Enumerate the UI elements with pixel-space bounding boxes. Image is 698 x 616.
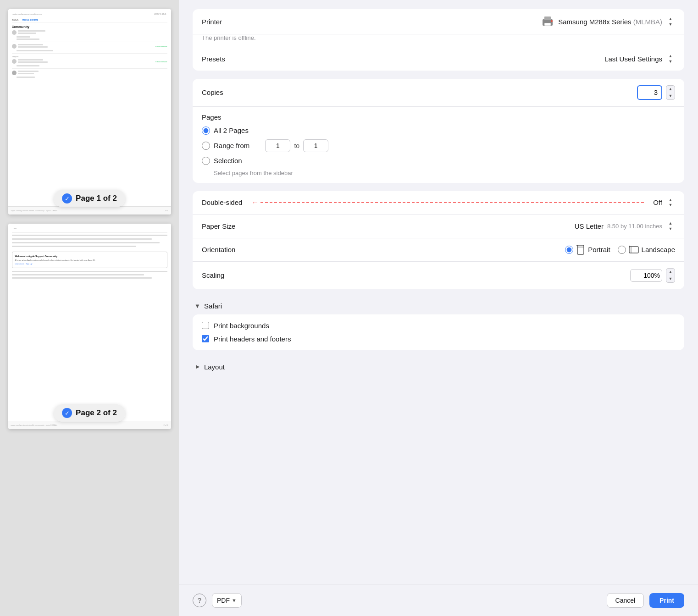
layout-title: Layout bbox=[204, 363, 225, 371]
range-to-label: to bbox=[294, 142, 299, 149]
copies-stepper[interactable]: ▲ ▼ bbox=[666, 85, 675, 100]
pdf-chevron-icon: ▼ bbox=[232, 598, 237, 603]
page-2-check-icon: ✓ bbox=[62, 408, 72, 418]
layout-disclosure-header[interactable]: ▼ Layout bbox=[193, 358, 684, 375]
pdf-label: PDF bbox=[217, 597, 230, 604]
presets-value: Last Used Settings ▲ ▼ bbox=[604, 54, 675, 64]
svg-rect-7 bbox=[629, 247, 638, 253]
print-headers-row[interactable]: Print headers and footers bbox=[202, 335, 675, 343]
print-backgrounds-label: Print backgrounds bbox=[214, 322, 269, 330]
portrait-radio[interactable] bbox=[565, 246, 573, 254]
printer-row: Printer Samsung M288x Series (MLMBA) bbox=[193, 9, 684, 34]
scaling-input[interactable] bbox=[630, 269, 662, 282]
printer-label: Printer bbox=[202, 18, 222, 26]
copies-input[interactable]: 3 bbox=[637, 85, 662, 100]
selection-label: Selection bbox=[214, 157, 242, 165]
pages-section: Pages All 2 Pages Range from to bbox=[193, 107, 684, 183]
paper-size-stepper[interactable]: ▲ ▼ bbox=[666, 221, 675, 231]
dashed-line bbox=[260, 202, 644, 203]
range-pages-radio[interactable] bbox=[202, 142, 210, 150]
paper-size-dims: 8.50 by 11.00 inches bbox=[607, 223, 662, 230]
presets-stepper[interactable]: ▲ ▼ bbox=[666, 54, 675, 64]
double-sided-row: Double-sided ← Off ▲ ▼ bbox=[193, 191, 684, 215]
print-headers-checkbox[interactable] bbox=[202, 335, 209, 342]
page-1-check-icon: ✓ bbox=[62, 193, 72, 204]
landscape-icon bbox=[629, 245, 639, 254]
svg-point-9 bbox=[629, 246, 630, 248]
print-backgrounds-row[interactable]: Print backgrounds bbox=[202, 322, 675, 330]
double-sided-value: Off ▲ ▼ bbox=[653, 198, 675, 208]
selection-row[interactable]: Selection bbox=[202, 157, 675, 165]
print-backgrounds-checkbox[interactable] bbox=[202, 322, 209, 329]
paper-size-value-text: US Letter bbox=[575, 222, 604, 230]
paper-size-row: Paper Size US Letter 8.50 by 11.00 inche… bbox=[193, 214, 684, 238]
range-pages-row[interactable]: Range from to bbox=[202, 139, 675, 152]
portrait-icon bbox=[576, 245, 585, 255]
pdf-button[interactable]: PDF ▼ bbox=[212, 593, 242, 608]
double-sided-value-text: Off bbox=[653, 198, 662, 206]
presets-row: Presets Last Used Settings ▲ ▼ bbox=[193, 47, 684, 71]
safari-section: ▼ Safari Print backgrounds Print headers… bbox=[193, 297, 684, 350]
svg-rect-1 bbox=[544, 16, 551, 20]
paper-size-label: Paper Size bbox=[202, 222, 235, 230]
printer-stepper[interactable]: ▲ ▼ bbox=[666, 16, 675, 27]
range-pages-label: Range from bbox=[214, 142, 249, 149]
landscape-label: Landscape bbox=[642, 246, 675, 253]
scaling-increment[interactable]: ▲ bbox=[666, 269, 675, 275]
orientation-options: Portrait Landscape bbox=[565, 245, 675, 255]
double-sided-arrow: ← bbox=[251, 198, 644, 207]
page-2-preview[interactable]: 1 of 1 Welcome to Apple Support Communit… bbox=[8, 224, 171, 429]
layout-expand-icon: ▼ bbox=[194, 364, 201, 370]
printer-value: Samsung M288x Series (MLMBA) ▲ ▼ bbox=[541, 16, 675, 28]
double-sided-stepper[interactable]: ▲ ▼ bbox=[666, 198, 675, 208]
printer-presets-card: Printer Samsung M288x Series (MLMBA) bbox=[193, 9, 684, 71]
pages-label: Pages bbox=[202, 113, 675, 121]
print-headers-label: Print headers and footers bbox=[214, 335, 291, 343]
print-button[interactable]: Print bbox=[649, 593, 684, 608]
portrait-option[interactable]: Portrait bbox=[565, 245, 610, 255]
safari-title: Safari bbox=[204, 302, 222, 310]
copies-increment[interactable]: ▲ bbox=[666, 86, 675, 93]
safari-disclosure-header[interactable]: ▼ Safari bbox=[193, 297, 684, 314]
all-pages-label: All 2 Pages bbox=[214, 126, 249, 134]
all-pages-row[interactable]: All 2 Pages bbox=[202, 126, 675, 135]
double-sided-label: Double-sided bbox=[202, 198, 242, 206]
landscape-option[interactable]: Landscape bbox=[618, 245, 675, 254]
orientation-label: Orientation bbox=[202, 246, 235, 253]
cancel-button[interactable]: Cancel bbox=[607, 593, 644, 608]
scaling-label: Scaling bbox=[202, 271, 224, 279]
printer-icon bbox=[541, 16, 554, 28]
scaling-value: ▲ ▼ bbox=[630, 268, 675, 283]
print-settings-panel: Printer Samsung M288x Series (MLMBA) bbox=[179, 0, 698, 616]
all-pages-radio[interactable] bbox=[202, 126, 210, 135]
page-1-badge-text: Page 1 of 2 bbox=[76, 194, 117, 203]
safari-content: Print backgrounds Print headers and foot… bbox=[193, 314, 684, 350]
copies-decrement[interactable]: ▼ bbox=[666, 93, 675, 99]
copies-pages-card: Copies 3 ▲ ▼ Pages All 2 Pages bbox=[193, 79, 684, 183]
help-button[interactable]: ? bbox=[193, 594, 206, 607]
presets-label: Presets bbox=[202, 55, 225, 63]
copies-row: Copies 3 ▲ ▼ bbox=[193, 79, 684, 107]
copies-label: Copies bbox=[202, 88, 223, 96]
scaling-decrement[interactable]: ▼ bbox=[666, 275, 675, 282]
selection-hint: Select pages from the sidebar bbox=[214, 170, 675, 176]
safari-collapse-icon: ▼ bbox=[194, 302, 200, 309]
range-from-input[interactable] bbox=[265, 139, 290, 152]
page-previews-panel: apple.com/ag domain-health-survey J3S52'… bbox=[0, 0, 179, 616]
portrait-label: Portrait bbox=[588, 246, 610, 253]
range-to-input[interactable] bbox=[303, 139, 328, 152]
svg-point-3 bbox=[551, 20, 553, 22]
presets-value-text: Last Used Settings bbox=[604, 55, 662, 63]
layout-section: ▼ Layout bbox=[193, 358, 684, 375]
paper-size-value: US Letter 8.50 by 11.00 inches ▲ ▼ bbox=[575, 221, 675, 231]
bottom-toolbar: ? PDF ▼ Cancel Print bbox=[179, 584, 698, 616]
printer-status: The printer is offline. bbox=[193, 34, 684, 47]
printer-name: Samsung M288x Series (MLMBA) bbox=[558, 18, 662, 26]
page-1-preview[interactable]: apple.com/ag domain-health-survey J3S52'… bbox=[8, 9, 171, 214]
selection-radio[interactable] bbox=[202, 157, 210, 165]
page-2-badge-text: Page 2 of 2 bbox=[76, 408, 117, 418]
landscape-radio[interactable] bbox=[618, 246, 626, 254]
orientation-row: Orientation Portrait bbox=[193, 238, 684, 262]
scaling-stepper[interactable]: ▲ ▼ bbox=[666, 268, 675, 283]
page-settings-card: Double-sided ← Off ▲ ▼ Paper Size US L bbox=[193, 191, 684, 289]
